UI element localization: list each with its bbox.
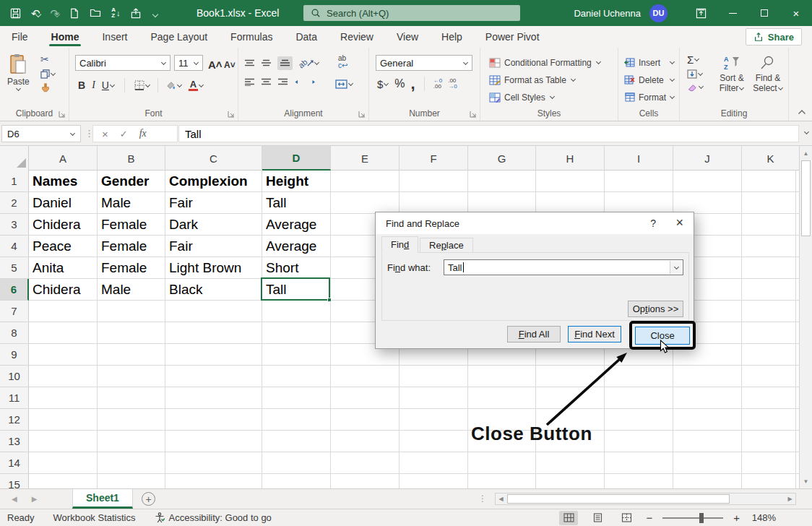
row-header-6[interactable]: 6: [0, 279, 29, 301]
row-header-1[interactable]: 1: [0, 171, 29, 192]
decrease-decimal-button[interactable]: .00→0: [448, 78, 457, 90]
page-layout-view-button[interactable]: [588, 511, 607, 525]
name-box[interactable]: D6: [1, 125, 81, 142]
clipboard-dialog-launcher-icon[interactable]: [59, 111, 66, 118]
column-header-j[interactable]: J: [673, 146, 742, 171]
delete-cells-button[interactable]: Delete: [624, 72, 675, 88]
format-as-table-button[interactable]: Format as Table: [489, 72, 576, 88]
find-select-button[interactable]: Find & Select: [751, 55, 785, 93]
align-center-button[interactable]: [261, 78, 272, 86]
column-header-f[interactable]: F: [399, 146, 468, 171]
collapse-ribbon-icon[interactable]: [798, 109, 806, 115]
tab-split-handle[interactable]: ⋮: [478, 493, 485, 504]
dialog-close-icon[interactable]: ×: [675, 215, 683, 230]
number-dialog-launcher-icon[interactable]: [470, 111, 477, 118]
zoom-out-button[interactable]: −: [646, 512, 652, 524]
align-left-button[interactable]: [244, 78, 255, 86]
column-header-k[interactable]: K: [742, 146, 799, 171]
user-account[interactable]: Daniel Uchenna DU: [574, 0, 668, 26]
alignment-dialog-launcher-icon[interactable]: [358, 111, 366, 118]
fill-button[interactable]: [687, 69, 704, 79]
tab-view[interactable]: View: [394, 26, 420, 48]
chevron-down-icon[interactable]: [199, 82, 204, 87]
ribbon-display-options-icon[interactable]: [685, 0, 717, 26]
scroll-down-icon[interactable]: ▼: [800, 475, 812, 487]
scroll-right-icon[interactable]: ▶: [785, 493, 795, 505]
dialog-title-bar[interactable]: Find and Replace: [376, 212, 694, 234]
column-header-d[interactable]: D: [262, 146, 331, 171]
increase-decimal-button[interactable]: ←0.00: [433, 78, 442, 90]
tab-replace[interactable]: Replace: [420, 238, 473, 253]
fill-handle[interactable]: [327, 298, 332, 302]
cell-b5[interactable]: Female: [98, 257, 165, 279]
maximize-button[interactable]: [748, 0, 780, 26]
zoom-slider-thumb[interactable]: [699, 513, 704, 523]
cell-b3[interactable]: Female: [98, 214, 165, 236]
horizontal-scroll-thumb[interactable]: [507, 494, 730, 504]
underline-button[interactable]: U: [102, 79, 109, 91]
middle-align-button[interactable]: [261, 59, 272, 67]
cell-c5[interactable]: Light Brown: [165, 257, 262, 279]
sort-filter-button[interactable]: AZ Sort & Filter: [714, 55, 749, 93]
font-family-select[interactable]: Calibri: [75, 55, 170, 71]
insert-function-icon[interactable]: fx: [139, 128, 147, 139]
sort-az-icon[interactable]: AZ↓: [111, 7, 120, 19]
tab-formulas[interactable]: Formulas: [228, 26, 275, 48]
percent-style-button[interactable]: %: [394, 77, 405, 90]
row-header-12[interactable]: 12: [0, 409, 29, 431]
row-header-11[interactable]: 11: [0, 387, 29, 409]
tab-insert[interactable]: Insert: [100, 26, 129, 48]
column-header-a[interactable]: A: [29, 146, 98, 171]
export-icon[interactable]: [130, 8, 142, 19]
comma-style-button[interactable]: ,: [411, 80, 415, 87]
cell-a2[interactable]: Daniel: [29, 192, 97, 214]
column-header-i[interactable]: I: [605, 146, 673, 171]
insert-cells-button[interactable]: Insert: [624, 54, 675, 71]
font-color-button[interactable]: A: [189, 80, 204, 91]
scroll-up-icon[interactable]: ▲: [800, 147, 812, 159]
row-header-13[interactable]: 13: [0, 431, 29, 452]
find-next-button[interactable]: Find Next: [568, 326, 621, 342]
vertical-scroll-thumb[interactable]: [801, 160, 811, 236]
column-header-g[interactable]: G: [468, 146, 536, 171]
cell-c1[interactable]: Complexion: [165, 171, 262, 192]
cell-c2[interactable]: Fair: [165, 192, 262, 214]
expand-formula-bar-icon[interactable]: [804, 129, 809, 134]
tab-help[interactable]: Help: [439, 26, 465, 48]
accounting-format-button[interactable]: $: [377, 78, 389, 90]
customize-qat-icon[interactable]: [152, 12, 158, 17]
find-what-input[interactable]: Tall: [444, 259, 683, 275]
cell-a1[interactable]: Names: [29, 171, 97, 192]
cancel-entry-icon[interactable]: ×: [102, 128, 108, 140]
zoom-in-button[interactable]: +: [733, 512, 740, 524]
font-dialog-launcher-icon[interactable]: [228, 111, 235, 118]
cell-b2[interactable]: Male: [98, 192, 165, 214]
format-painter-icon[interactable]: [40, 83, 51, 92]
paste-button[interactable]: Paste: [7, 53, 30, 92]
increase-indent-button[interactable]: [311, 78, 323, 86]
cell-c4[interactable]: Fair: [165, 236, 262, 257]
enter-entry-icon[interactable]: ✓: [120, 129, 128, 139]
cell-d5[interactable]: Short: [262, 257, 330, 279]
top-align-button[interactable]: [244, 59, 255, 67]
new-sheet-button[interactable]: +: [142, 492, 155, 506]
row-header-2[interactable]: 2: [0, 192, 29, 214]
row-header-15[interactable]: 15: [0, 474, 29, 488]
row-header-7[interactable]: 7: [0, 301, 29, 322]
conditional-formatting-button[interactable]: Conditional Formatting: [489, 54, 601, 71]
chevron-down-icon[interactable]: [110, 82, 115, 87]
avatar[interactable]: DU: [649, 4, 668, 22]
cell-c3[interactable]: Dark: [165, 214, 262, 236]
find-all-button[interactable]: Find All: [507, 326, 561, 342]
tab-power-pivot[interactable]: Power Pivot: [483, 26, 542, 48]
minimize-button[interactable]: [717, 0, 748, 26]
row-header-4[interactable]: 4: [0, 236, 29, 257]
number-format-select[interactable]: General: [376, 55, 472, 71]
cell-b1[interactable]: Gender: [98, 171, 165, 192]
find-history-dropdown[interactable]: [670, 261, 682, 274]
new-file-icon[interactable]: [69, 8, 79, 19]
cell-styles-button[interactable]: Cell Styles: [489, 89, 555, 105]
sheet-tab-sheet1[interactable]: Sheet1: [72, 489, 133, 509]
row-header-8[interactable]: 8: [0, 322, 29, 344]
tab-home[interactable]: Home: [49, 26, 82, 48]
